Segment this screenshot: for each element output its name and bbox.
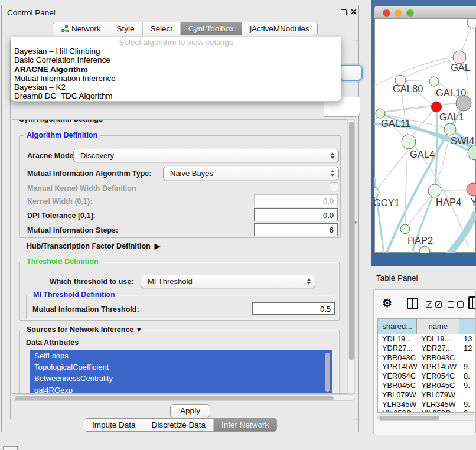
node-label: GCY1: [374, 197, 400, 208]
hub-definition-expander[interactable]: Hub/Transcription Factor Definition▶: [27, 242, 160, 250]
tab-discretize-data[interactable]: Discretize Data: [144, 419, 214, 431]
column-header[interactable]: [459, 319, 476, 334]
gear-icon[interactable]: ⚙: [382, 296, 392, 310]
which-threshold-label: Which threshold to use:: [50, 278, 133, 286]
mi-type-select[interactable]: Naive Bayes: [163, 167, 339, 180]
sources-group-title[interactable]: Sources for Network Inference ▼: [24, 325, 145, 334]
network-node[interactable]: [429, 77, 439, 86]
dropdown-items: Bayesian – Hill ClimbingBasic Correlatio…: [11, 47, 341, 101]
column-view-icon[interactable]: [407, 298, 418, 309]
network-node[interactable]: [428, 184, 441, 197]
dpi-tolerance-field[interactable]: 0.0: [254, 208, 338, 221]
which-threshold-select[interactable]: MI Threshold: [141, 275, 315, 288]
tab-style[interactable]: Style: [109, 22, 143, 35]
table-horizontal-scrollbar[interactable]: [377, 414, 476, 421]
close-icon[interactable]: ✕: [350, 7, 357, 17]
corner-widget[interactable]: [3, 446, 18, 450]
tab-cyni-toolbox[interactable]: Cyni Toolbox: [181, 22, 242, 35]
network-edge[interactable]: [436, 213, 476, 253]
network-node[interactable]: [467, 183, 476, 196]
table-row[interactable]: YDL19...YDL19...13: [378, 334, 476, 344]
table-row[interactable]: YER054CYER054C8.: [378, 371, 476, 381]
attributes-scrollbar[interactable]: [325, 353, 330, 392]
aracne-mode-label: Aracne Mode:: [27, 152, 76, 160]
control-panel-title: Control Panel: [7, 8, 56, 17]
network-node[interactable]: [468, 146, 476, 160]
table-mode-icon[interactable]: [468, 296, 476, 309]
dropdown-item[interactable]: Mutual Information Inference: [11, 74, 341, 83]
stepper-arrows-icon: [331, 170, 334, 177]
table-cell: YER054C: [417, 371, 459, 381]
table-row[interactable]: YBR045CYBR045C9.: [378, 381, 476, 390]
settings-group-title: Cyni Algorithm Settings: [17, 119, 105, 123]
dropdown-item[interactable]: Bayesian – K2: [11, 83, 341, 92]
network-edge[interactable]: [385, 107, 431, 112]
cyni-algorithm-settings-group: Cyni Algorithm Settings Algorithm Defini…: [12, 119, 347, 394]
tab-jactivemnodules[interactable]: jActiveMNodules: [242, 22, 317, 35]
node-label: Y: [471, 197, 476, 207]
table-row[interactable]: YBR043CYBR043C: [378, 353, 476, 363]
table-row[interactable]: YBL079WYBL079W: [378, 390, 476, 400]
network-node[interactable]: [402, 135, 416, 149]
attribute-list-item[interactable]: BetweennessCentrality: [30, 373, 332, 384]
splitter-handle[interactable]: ▸: [355, 219, 358, 225]
mi-steps-field[interactable]: 6: [254, 223, 338, 236]
attribute-list-item[interactable]: gal4RGexp: [30, 384, 332, 394]
network-icon: [61, 25, 69, 32]
attribute-list-item[interactable]: TopologicalCoefficient: [30, 361, 332, 373]
data-attributes-list[interactable]: SelfLoopsTopologicalCoefficientBetweenne…: [30, 350, 332, 394]
table-row[interactable]: YIL052CYIL052C0.: [378, 409, 476, 413]
unchecked-checkbox-icon[interactable]: [457, 301, 464, 308]
node-label: GAL4: [410, 149, 435, 159]
tab-infer-network[interactable]: Infer Network: [214, 419, 276, 431]
dropdown-item[interactable]: Bayesian – Hill Climbing: [11, 47, 341, 56]
table-cell: 12: [459, 344, 476, 353]
network-node[interactable]: [400, 224, 410, 234]
tab-impute-data[interactable]: Impute Data: [84, 419, 144, 431]
column-header[interactable]: name: [417, 319, 459, 334]
network-node[interactable]: [374, 188, 379, 197]
table-panel: ⚙ ✓ ✓ shared...name YDL19...YDL19...13YD…: [373, 289, 476, 435]
aracne-mode-select[interactable]: Discovery: [73, 149, 339, 162]
kernel-width-label: Kernel Width (0,1):: [27, 197, 92, 206]
network-node[interactable]: [376, 109, 385, 118]
network-edge[interactable]: [377, 149, 409, 189]
dropdown-item[interactable]: Dream8 DC_TDC Algorithm: [11, 92, 341, 100]
table-row[interactable]: YDR27...YDR27...12: [378, 344, 476, 353]
dropdown-item[interactable]: Basic Correlation Inference: [11, 56, 341, 64]
close-traffic-light-icon[interactable]: [383, 9, 390, 17]
settings-vertical-scrollbar[interactable]: [347, 119, 355, 394]
network-edge[interactable]: [441, 190, 467, 191]
minimize-traffic-light-icon[interactable]: [395, 9, 402, 17]
network-node[interactable]: [467, 19, 476, 28]
zoom-traffic-light-icon[interactable]: [406, 9, 414, 17]
aracne-mode-value: Discovery: [80, 151, 114, 160]
network-node[interactable]: [444, 123, 456, 135]
table-cell: YIL052C: [417, 409, 459, 413]
mi-threshold-field[interactable]: 0.5: [252, 302, 335, 315]
tab-select[interactable]: Select: [143, 22, 181, 35]
network-edge[interactable]: [385, 103, 456, 112]
node-label: SWI4: [451, 135, 474, 146]
node-label: GAL1: [439, 112, 464, 122]
kernel-width-field[interactable]: 0.0: [254, 194, 338, 207]
checked-checkbox-icon[interactable]: ✓: [426, 301, 432, 308]
table-cell: YBR045C: [417, 381, 459, 390]
which-threshold-value: MI Threshold: [148, 277, 193, 286]
tab-network[interactable]: Network: [53, 22, 109, 35]
table-row[interactable]: YPR145WYPR145W9.: [378, 362, 476, 371]
apply-button[interactable]: Apply: [170, 404, 210, 418]
checked-checkbox-icon[interactable]: ✓: [435, 301, 442, 308]
network-node[interactable]: [431, 102, 442, 112]
table-row[interactable]: YLR345WYLR345W9.: [378, 400, 476, 409]
network-edge[interactable]: [405, 149, 407, 224]
column-header[interactable]: shared...: [378, 319, 417, 334]
table-cell: YLR345W: [417, 400, 459, 409]
unchecked-checkbox-icon[interactable]: [448, 301, 454, 308]
float-window-icon[interactable]: [341, 9, 347, 15]
attribute-list-item[interactable]: SelfLoops: [30, 350, 332, 361]
settings-horizontal-scrollbar[interactable]: [13, 394, 354, 401]
manual-kernel-checkbox[interactable]: [330, 182, 338, 191]
dropdown-item[interactable]: ARACNE Algorithm: [11, 65, 341, 74]
network-canvas[interactable]: GALGAL80GAL10GAL1GAL11SWI4GAL4GCY1HAP4YH…: [374, 19, 476, 253]
